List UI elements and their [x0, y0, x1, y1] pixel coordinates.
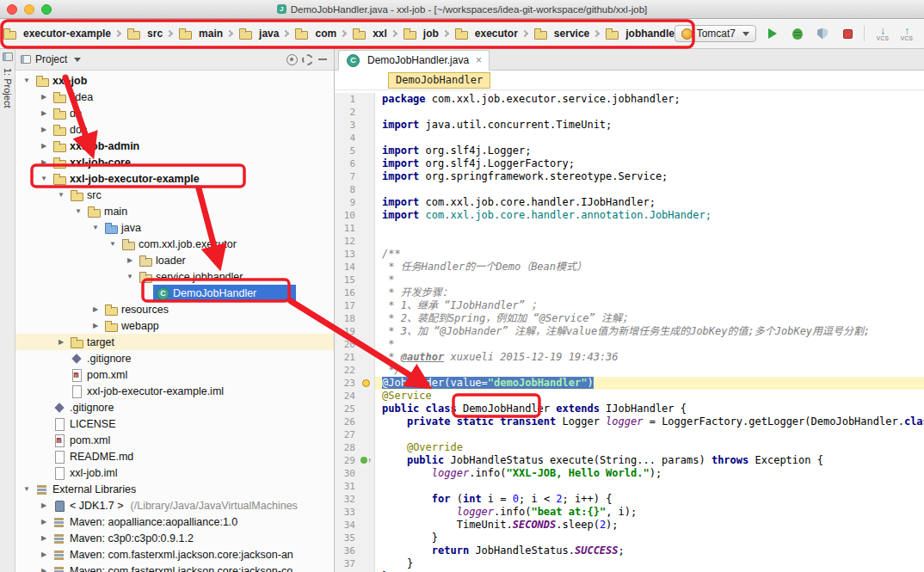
code-line[interactable]: 12 [335, 235, 924, 248]
code-line[interactable]: 23@JobHander(value="demoJobHandler") [335, 377, 924, 390]
chevron-expanded-icon[interactable]: ▼ [21, 77, 33, 84]
project-toolwindow-icon[interactable] [3, 52, 13, 61]
code-line[interactable]: 21 * @author xuxueli 2015-12-19 19:43:36 [335, 351, 924, 364]
tree-row[interactable]: ▼com.xxl.job.executor [15, 236, 334, 252]
editor-breadcrumb-item[interactable]: DemoJobHandler [388, 72, 490, 89]
debug-button[interactable] [789, 25, 806, 42]
code-line[interactable]: 27 [335, 428, 924, 441]
line-number[interactable]: 26 [335, 415, 360, 428]
line-number[interactable]: 34 [335, 519, 360, 532]
code-line[interactable]: 33 logger.info("beat at:{}", i); [335, 506, 924, 519]
tree-row[interactable]: .gitignore [15, 399, 334, 415]
code-line[interactable]: 28 @Override [335, 441, 924, 454]
tree-row[interactable]: ▶.idea [15, 89, 334, 105]
code-line[interactable]: 6import org.slf4j.LoggerFactory; [335, 157, 924, 170]
chevron-collapsed-icon[interactable]: ▶ [38, 518, 50, 526]
line-number[interactable]: 36 [335, 544, 360, 557]
chevron-expanded-icon[interactable]: ▼ [72, 207, 84, 215]
breadcrumb-item[interactable]: job [402, 25, 440, 42]
tree-row[interactable]: ▶Maven: aopalliance:aopalliance:1.0 [15, 514, 334, 530]
line-number[interactable]: 22 [335, 364, 360, 377]
chevron-collapsed-icon[interactable]: ▶ [89, 305, 102, 313]
run-configuration-select[interactable]: Tomcat7 [675, 25, 756, 42]
line-number[interactable]: 4 [335, 132, 360, 145]
tree-row[interactable]: ▶doc [15, 121, 334, 138]
hide-panel-icon[interactable] [317, 54, 329, 65]
code-line[interactable]: 8 [335, 183, 924, 196]
code-line[interactable]: 31 [335, 480, 924, 493]
breadcrumb-item[interactable]: executor-example [2, 25, 112, 42]
breadcrumb-item[interactable]: main [177, 25, 224, 42]
intention-bulb-icon[interactable] [360, 377, 374, 390]
line-number[interactable]: 3 [335, 119, 360, 132]
chevron-collapsed-icon[interactable]: ▶ [38, 93, 50, 101]
line-number[interactable]: 28 [335, 441, 360, 454]
close-tab-icon[interactable]: × [476, 56, 482, 65]
tree-row[interactable]: ▼xxl-job [15, 72, 334, 89]
tree-row[interactable]: xxl-job-executor-example.iml [15, 383, 334, 399]
tree-row[interactable]: ▼External Libraries [15, 481, 334, 497]
breadcrumb-item[interactable]: src [126, 25, 163, 42]
code-line[interactable]: 25public class DemoJobHandler extends IJ… [335, 403, 924, 415]
code-line[interactable]: 7import org.springframework.stereotype.S… [335, 170, 924, 183]
line-number[interactable]: 7 [335, 170, 360, 183]
chevron-collapsed-icon[interactable]: ▶ [55, 338, 67, 346]
chevron-collapsed-icon[interactable]: ▶ [38, 158, 50, 166]
line-number[interactable]: 2 [335, 106, 360, 119]
tree-row[interactable]: ▶loader [15, 252, 334, 268]
editor-tab[interactable]: DemoJobHandler.java × [338, 50, 490, 71]
line-number[interactable]: 31 [335, 480, 360, 493]
code-line[interactable]: 35 } [335, 532, 924, 544]
override-marker-icon[interactable] [360, 454, 374, 467]
chevron-expanded-icon[interactable]: ▼ [38, 175, 50, 182]
code-line[interactable]: 29 public JobHandleStatus execute(String… [335, 454, 924, 467]
line-number[interactable]: 14 [335, 261, 360, 274]
tree-row[interactable]: ▶webapp [15, 317, 334, 334]
breadcrumb-item[interactable]: jobhandler [604, 25, 674, 42]
code-line[interactable]: 20 * [335, 338, 924, 351]
line-number[interactable]: 23 [335, 377, 360, 390]
chevron-collapsed-icon[interactable]: ▶ [38, 534, 50, 542]
line-number[interactable]: 24 [335, 390, 360, 403]
minimize-window-button[interactable] [24, 4, 34, 15]
code-line[interactable]: 26 private static transient Logger logge… [335, 415, 924, 428]
code-line[interactable]: 30 logger.info("XXL-JOB, Hello World."); [335, 467, 924, 480]
tree-row[interactable]: ▼src [15, 187, 334, 203]
coverage-button[interactable] [814, 25, 831, 42]
line-number[interactable]: 18 [335, 312, 360, 325]
line-number[interactable]: 17 [335, 299, 360, 312]
code-line[interactable]: 19 * 3、加 “@JobHander” 注解，注解value值为新增任务生成… [335, 325, 924, 338]
line-number[interactable]: 32 [335, 493, 360, 506]
chevron-expanded-icon[interactable]: ▼ [107, 240, 119, 248]
tree-row[interactable]: ▶xxl-job-core [15, 154, 334, 170]
chevron-expanded-icon[interactable]: ▼ [55, 191, 67, 199]
chevron-expanded-icon[interactable]: ▼ [124, 273, 136, 280]
scroll-from-source-icon[interactable] [286, 54, 298, 65]
code-line[interactable]: 11 [335, 222, 924, 235]
line-number[interactable]: 27 [335, 428, 360, 441]
breadcrumb-item[interactable]: com [293, 25, 337, 42]
chevron-collapsed-icon[interactable]: ▶ [89, 322, 102, 329]
tree-row[interactable]: xxl-job.iml [15, 464, 334, 481]
run-button[interactable] [764, 25, 781, 42]
chevron-collapsed-icon[interactable]: ▶ [124, 256, 136, 264]
tree-row[interactable]: ▼xxl-job-executor-example [15, 170, 334, 187]
tree-row[interactable]: ▶db [15, 105, 334, 121]
code-line[interactable]: 24@Service [335, 390, 924, 403]
line-number[interactable]: 33 [335, 506, 360, 519]
chevron-collapsed-icon[interactable]: ▶ [38, 550, 50, 558]
line-number[interactable]: 37 [335, 557, 360, 570]
code-line[interactable]: 15 * [335, 274, 924, 286]
breadcrumb-item[interactable]: executor [453, 25, 519, 42]
code-line[interactable]: 13/** [335, 248, 924, 261]
tree-row[interactable]: ▶resources [15, 301, 334, 317]
stop-button[interactable] [839, 25, 856, 42]
tree-row[interactable]: ▶Maven: com.fasterxml.jackson.core:jacks… [15, 546, 334, 563]
code-line[interactable]: 18 * 2、装配到Spring，例如加 “@Service” 注解； [335, 312, 924, 325]
line-number[interactable]: 1 [335, 93, 360, 106]
code-line[interactable]: 16 * 开发步骤： [335, 286, 924, 299]
breadcrumb-item[interactable]: xxl [351, 25, 388, 42]
line-number[interactable]: 11 [335, 222, 360, 235]
code-line[interactable]: 9import com.xxl.job.core.handler.IJobHan… [335, 196, 924, 209]
tree-row[interactable]: README.md [15, 448, 334, 464]
